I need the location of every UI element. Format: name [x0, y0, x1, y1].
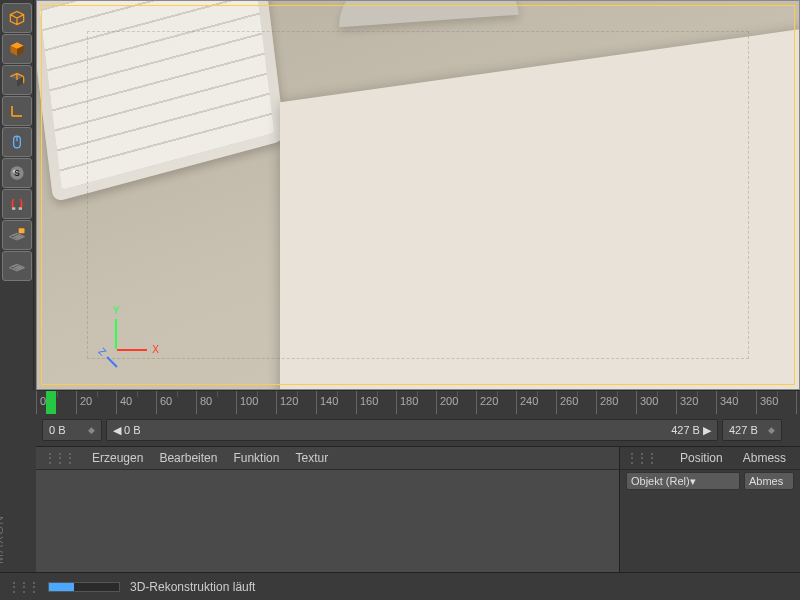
transport-bar: 0 B◆ ◀ 0 B 427 B ▶ 427 B◆	[36, 414, 800, 446]
progress-bar	[48, 582, 120, 592]
tool-cube-wire[interactable]	[2, 3, 32, 33]
tool-mouse[interactable]	[2, 127, 32, 157]
timeline-ruler[interactable]: 0204060801001201401601802002202402602803…	[36, 390, 800, 414]
lower-panels: ⋮⋮⋮ Erzeugen Bearbeiten Funktion Textur …	[36, 446, 800, 572]
range-start-field[interactable]: 0 B◆	[42, 419, 102, 441]
range-end-field[interactable]: 427 B◆	[722, 419, 782, 441]
axis-y-icon	[115, 319, 117, 349]
timeline-tick: 220	[476, 391, 516, 415]
panel-grip-icon[interactable]: ⋮⋮⋮	[626, 451, 656, 465]
viewport[interactable]	[36, 0, 800, 390]
timeline-tick: 20	[76, 391, 116, 415]
timeline-tick: 0	[36, 391, 76, 415]
coord-mode-select[interactable]: Objekt (Rel)▾	[626, 472, 740, 490]
panel-grip-icon[interactable]: ⋮⋮⋮	[44, 451, 74, 465]
status-bar: ⋮⋮⋮ 3D-Rekonstruktion läuft	[0, 572, 800, 600]
range-slider[interactable]: ◀ 0 B 427 B ▶	[106, 419, 718, 441]
dim-mode-select[interactable]: Abmes	[744, 472, 794, 490]
axis-z-icon	[106, 356, 117, 367]
timeline-tick: 240	[516, 391, 556, 415]
timeline-tick: 38	[796, 391, 800, 415]
viewport-safe-frame	[87, 31, 749, 359]
left-toolbar: S	[0, 0, 34, 390]
menu-textur[interactable]: Textur	[295, 451, 328, 465]
axis-x-icon	[117, 349, 147, 351]
status-grip-icon[interactable]: ⋮⋮⋮	[8, 580, 38, 594]
object-manager-body[interactable]	[36, 470, 619, 572]
menu-erzeugen[interactable]: Erzeugen	[92, 451, 143, 465]
timeline-tick: 280	[596, 391, 636, 415]
tool-cube-edge[interactable]	[2, 65, 32, 95]
timeline-tick: 180	[396, 391, 436, 415]
tool-cube-solid[interactable]	[2, 34, 32, 64]
menu-bearbeiten[interactable]: Bearbeiten	[159, 451, 217, 465]
svg-text:S: S	[14, 168, 20, 178]
axis-gizmo	[97, 309, 157, 369]
timeline-tick: 300	[636, 391, 676, 415]
timeline-tick: 80	[196, 391, 236, 415]
brand-logo: CINEMA 4DMAXON	[0, 490, 6, 564]
timeline-tick: 100	[236, 391, 276, 415]
timeline-tick: 340	[716, 391, 756, 415]
timeline-tick: 160	[356, 391, 396, 415]
timeline-tick: 60	[156, 391, 196, 415]
svg-rect-5	[12, 207, 15, 210]
timeline-tick: 200	[436, 391, 476, 415]
timeline-tick: 320	[676, 391, 716, 415]
timeline-tick: 120	[276, 391, 316, 415]
timeline-tick: 260	[556, 391, 596, 415]
col-position: Position	[680, 451, 723, 465]
object-manager: ⋮⋮⋮ Erzeugen Bearbeiten Funktion Textur	[36, 447, 620, 572]
coordinate-manager: ⋮⋮⋮ Position Abmess Objekt (Rel)▾ Abmes	[620, 447, 800, 572]
object-manager-menu: ⋮⋮⋮ Erzeugen Bearbeiten Funktion Textur	[36, 447, 619, 470]
tool-sphere[interactable]: S	[2, 158, 32, 188]
col-dimension: Abmess	[743, 451, 786, 465]
status-text: 3D-Rekonstruktion läuft	[130, 580, 255, 594]
tool-magnet[interactable]	[2, 189, 32, 219]
timeline-tick: 140	[316, 391, 356, 415]
tool-grid-lock[interactable]	[2, 220, 32, 250]
tool-grid[interactable]	[2, 251, 32, 281]
tool-axis[interactable]	[2, 96, 32, 126]
timeline-tick: 40	[116, 391, 156, 415]
svg-rect-6	[18, 207, 21, 210]
menu-funktion[interactable]: Funktion	[233, 451, 279, 465]
svg-rect-7	[18, 228, 24, 233]
timeline-tick: 360	[756, 391, 796, 415]
